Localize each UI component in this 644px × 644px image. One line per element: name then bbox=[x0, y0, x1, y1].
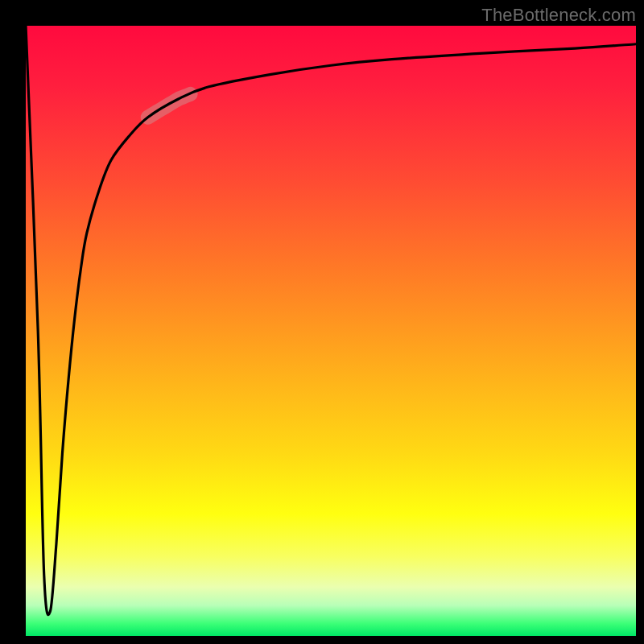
chart-frame: TheBottleneck.com bbox=[0, 0, 644, 644]
curve-svg bbox=[26, 26, 636, 636]
plot-area bbox=[26, 26, 636, 636]
main-curve bbox=[26, 26, 636, 615]
attribution-label: TheBottleneck.com bbox=[481, 5, 636, 26]
